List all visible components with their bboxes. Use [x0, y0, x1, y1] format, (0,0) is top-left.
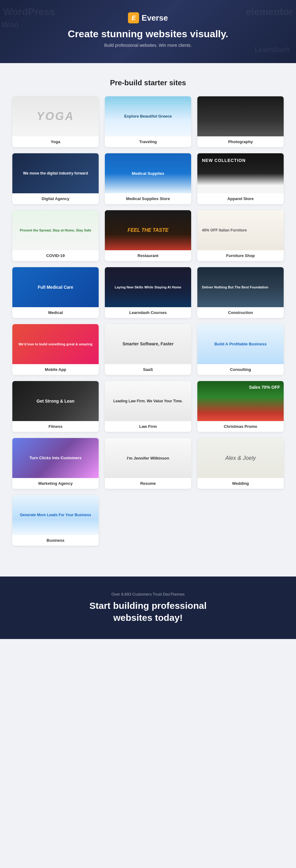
site-label-learndash: Learndash Courses: [105, 307, 191, 318]
site-preview-christmas: [197, 381, 284, 421]
site-preview-covid: [12, 210, 99, 250]
site-preview-yoga: [12, 96, 99, 136]
site-card-business[interactable]: Business: [12, 495, 99, 546]
site-card-yoga[interactable]: Yoga: [12, 96, 99, 147]
site-card-fitness[interactable]: Fitness: [12, 381, 99, 432]
woo-watermark: Woo: [2, 20, 19, 30]
site-card-restaurant[interactable]: Restaurant: [105, 210, 191, 261]
site-preview-medical-care: [12, 267, 99, 307]
wordpress-watermark: WordPress: [3, 6, 55, 18]
site-preview-fitness: [12, 381, 99, 421]
hero-headline: Create stunning websites visually.: [6, 28, 290, 40]
site-label-apparel: Apparel Store: [197, 193, 284, 204]
site-preview-business: [12, 495, 99, 535]
site-card-covid[interactable]: COVID-19: [12, 210, 99, 261]
site-preview-learndash: [105, 267, 191, 307]
site-label-saas: SaaS: [105, 364, 191, 375]
site-preview-digital-agency: [12, 153, 99, 193]
site-preview-construction: [197, 267, 284, 307]
footer-cta: Start building professional websites tod…: [6, 599, 290, 624]
site-label-medical-care: Medical: [12, 307, 99, 318]
logo-icon: E: [128, 12, 139, 23]
site-card-mobile-app[interactable]: Mobile App: [12, 324, 99, 375]
sites-grid: YogaTravelingPhotographyDigital AgencyMe…: [12, 96, 284, 546]
site-preview-photography: [197, 96, 284, 136]
site-preview-resume: [105, 438, 191, 478]
site-card-medical-care[interactable]: Medical: [12, 267, 99, 318]
site-preview-medical-supplies: [105, 153, 191, 193]
site-label-christmas: Christmas Promo: [197, 421, 284, 432]
site-card-furniture[interactable]: Furniture Shop: [197, 210, 284, 261]
footer-section: Over 8,893 Customers Trust DeoThemes Sta…: [0, 577, 296, 639]
learndash-watermark: LearnDash: [255, 46, 290, 54]
site-label-medical-supplies: Medical Supplies Store: [105, 193, 191, 204]
site-label-restaurant: Restaurant: [105, 250, 191, 261]
site-label-marketing: Marketing Agency: [12, 478, 99, 489]
site-label-construction: Construction: [197, 307, 284, 318]
footer-sub-text: Over 8,893 Customers Trust DeoThemes: [6, 592, 290, 596]
site-label-photography: Photography: [197, 136, 284, 147]
hero-subheadline: Build professional websites. Win more cl…: [6, 43, 290, 48]
site-preview-saas: [105, 324, 191, 364]
elementor-watermark: elementor: [246, 6, 293, 18]
site-card-traveling[interactable]: Traveling: [105, 96, 191, 147]
site-label-consulting: Consulting: [197, 364, 284, 375]
site-label-law-firm: Law Firm: [105, 421, 191, 432]
site-preview-furniture: [197, 210, 284, 250]
logo-text: Everse: [141, 13, 168, 23]
site-label-fitness: Fitness: [12, 421, 99, 432]
site-label-yoga: Yoga: [12, 136, 99, 147]
site-preview-mobile-app: [12, 324, 99, 364]
main-content: Pre-build starter sites YogaTravelingPho…: [0, 63, 296, 577]
site-preview-marketing: [12, 438, 99, 478]
site-label-traveling: Traveling: [105, 136, 191, 147]
site-preview-law-firm: [105, 381, 191, 421]
site-card-learndash[interactable]: Learndash Courses: [105, 267, 191, 318]
footer-cta-line1: Start building professional: [89, 600, 207, 611]
site-card-photography[interactable]: Photography: [197, 96, 284, 147]
site-card-apparel[interactable]: Apparel Store: [197, 153, 284, 204]
site-preview-traveling: [105, 96, 191, 136]
site-card-medical-supplies[interactable]: Medical Supplies Store: [105, 153, 191, 204]
site-label-resume: Resume: [105, 478, 191, 489]
hero-section: WordPress elementor Woo LearnDash E Ever…: [0, 0, 296, 63]
site-card-marketing[interactable]: Marketing Agency: [12, 438, 99, 489]
site-card-resume[interactable]: Resume: [105, 438, 191, 489]
section-title: Pre-build starter sites: [12, 79, 284, 87]
site-card-wedding[interactable]: Wedding: [197, 438, 284, 489]
site-preview-wedding: [197, 438, 284, 478]
site-preview-apparel: [197, 153, 284, 193]
site-card-law-firm[interactable]: Law Firm: [105, 381, 191, 432]
site-label-digital-agency: Digital Agency: [12, 193, 99, 204]
footer-cta-line2: websites today!: [113, 613, 183, 623]
site-card-saas[interactable]: SaaS: [105, 324, 191, 375]
site-label-furniture: Furniture Shop: [197, 250, 284, 261]
site-card-consulting[interactable]: Consulting: [197, 324, 284, 375]
site-card-christmas[interactable]: Christmas Promo: [197, 381, 284, 432]
site-preview-consulting: [197, 324, 284, 364]
site-label-business: Business: [12, 535, 99, 546]
site-preview-restaurant: [105, 210, 191, 250]
site-label-wedding: Wedding: [197, 478, 284, 489]
site-label-covid: COVID-19: [12, 250, 99, 261]
site-label-mobile-app: Mobile App: [12, 364, 99, 375]
site-card-digital-agency[interactable]: Digital Agency: [12, 153, 99, 204]
site-card-construction[interactable]: Construction: [197, 267, 284, 318]
